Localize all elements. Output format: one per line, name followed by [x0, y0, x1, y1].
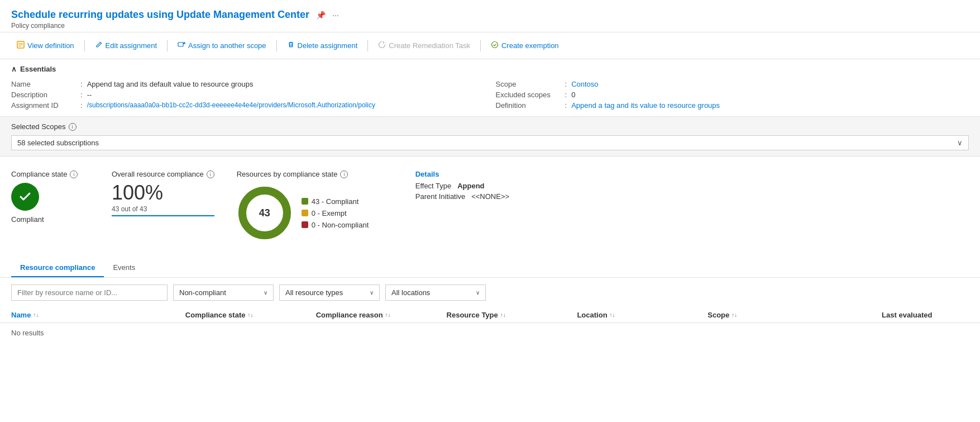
- assign-scope-label: Assign to another scope: [188, 41, 266, 50]
- th-location[interactable]: Location ↑↓: [577, 311, 707, 319]
- th-scope-label: Scope: [707, 311, 729, 319]
- exempt-dot: [302, 210, 308, 216]
- resource-type-filter-dropdown[interactable]: All resource types ∨: [279, 285, 380, 301]
- remediation-icon: [378, 41, 386, 50]
- scopes-dropdown[interactable]: 58 selected subscriptions ∨: [11, 135, 969, 150]
- create-remediation-button[interactable]: Create Remediation Task: [372, 38, 476, 53]
- toolbar-divider-4: [367, 40, 368, 51]
- overall-compliance-box: Overall resource compliance i 100% 43 ou…: [112, 170, 214, 216]
- th-name[interactable]: Name ↑↓: [11, 311, 185, 319]
- compliance-state-info-icon[interactable]: i: [70, 170, 78, 178]
- toolbar-divider-5: [480, 40, 481, 51]
- resource-type-chevron: ∨: [370, 290, 374, 296]
- definition-value: Append a tag and its value to resource g…: [571, 101, 720, 110]
- tab-resource-compliance[interactable]: Resource compliance: [11, 259, 104, 277]
- view-definition-icon: [17, 41, 25, 50]
- pin-icon[interactable]: 📌: [316, 11, 326, 20]
- parent-initiative-value: <<NONE>>: [471, 192, 509, 201]
- legend-exempt: 0 - Exempt: [302, 209, 369, 217]
- chart-legend: 43 - Compliant 0 - Exempt 0 - Non-compli…: [302, 197, 369, 229]
- tabs-row: Resource compliance Events: [0, 259, 980, 278]
- filters-row: Non-compliant ∨ All resource types ∨ All…: [0, 278, 980, 307]
- th-compliance-state[interactable]: Compliance state ↑↓: [185, 311, 316, 319]
- essentials-section: ∧ Essentials Name : Append tag and its d…: [0, 59, 980, 116]
- compliance-filter-chevron: ∨: [264, 290, 267, 296]
- edit-icon: [95, 41, 103, 50]
- table-header: Name ↑↓ Compliance state ↑↓ Compliance r…: [0, 307, 980, 323]
- th-location-sort-icon[interactable]: ↑↓: [610, 312, 615, 318]
- location-filter-value: All locations: [391, 288, 430, 297]
- donut-chart: 43: [237, 185, 293, 241]
- definition-label: Definition: [496, 101, 563, 110]
- essentials-assignment-row: Assignment ID : /subscriptions/aaaa0a0a-…: [11, 100, 485, 111]
- compliance-filter-value: Non-compliant: [179, 288, 226, 297]
- th-compliance-reason-label: Compliance reason: [316, 311, 383, 319]
- essentials-scope-row: Scope : Contoso: [496, 79, 969, 89]
- location-filter-dropdown[interactable]: All locations ∨: [385, 285, 486, 301]
- toolbar: View definition Edit assignment Assign t…: [0, 32, 980, 59]
- th-last-evaluated-label: Last evaluated: [882, 311, 932, 319]
- assign-scope-icon: [178, 41, 185, 50]
- essentials-title: Essentials: [20, 65, 56, 73]
- assign-scope-button[interactable]: Assign to another scope: [172, 38, 271, 53]
- legend-noncompliant: 0 - Non-compliant: [302, 221, 369, 229]
- create-exemption-label: Create exemption: [501, 41, 559, 50]
- resources-info-icon[interactable]: i: [340, 170, 348, 178]
- th-resource-type-sort-icon[interactable]: ↑↓: [500, 312, 506, 318]
- assignment-id-value: /subscriptions/aaaa0a0a-bb1b-cc2c-dd3d-e…: [87, 101, 375, 110]
- th-last-evaluated[interactable]: Last evaluated: [882, 311, 969, 319]
- th-scope-sort-icon[interactable]: ↑↓: [732, 312, 737, 318]
- overall-fraction: 43 out of 43: [112, 205, 214, 216]
- th-scope[interactable]: Scope ↑↓: [707, 311, 882, 319]
- create-remediation-label: Create Remediation Task: [389, 41, 470, 50]
- essentials-name-row: Name : Append tag and its default value …: [11, 79, 485, 89]
- delete-assignment-button[interactable]: Delete assignment: [281, 38, 364, 53]
- compliant-dot: [302, 198, 308, 205]
- name-value: Append tag and its default value to reso…: [87, 80, 254, 88]
- edit-assignment-label: Edit assignment: [106, 41, 157, 50]
- description-value: --: [87, 91, 92, 99]
- compliant-icon: [11, 183, 39, 211]
- resources-by-state-label: Resources by compliance state i: [237, 170, 393, 178]
- essentials-header[interactable]: ∧ Essentials: [11, 65, 969, 73]
- toolbar-divider-3: [276, 40, 277, 51]
- th-compliance-reason-sort-icon[interactable]: ↑↓: [385, 312, 391, 318]
- compliance-state-box: Compliance state i Compliant: [11, 170, 89, 224]
- svg-point-5: [491, 42, 498, 48]
- tab-events[interactable]: Events: [104, 259, 144, 277]
- th-name-label: Name: [11, 311, 31, 319]
- compliance-filter-dropdown[interactable]: Non-compliant ∨: [173, 285, 274, 301]
- toolbar-divider-2: [167, 40, 168, 51]
- compliance-state-label: Compliance state i: [11, 170, 78, 178]
- excluded-scopes-value: 0: [571, 91, 575, 99]
- location-chevron: ∨: [476, 290, 480, 296]
- essentials-excluded-row: Excluded scopes : 0: [496, 89, 969, 100]
- scopes-dropdown-value: 58 selected subscriptions: [17, 139, 99, 147]
- th-compliance-sort-icon[interactable]: ↑↓: [247, 312, 253, 318]
- details-title: Details: [415, 170, 527, 178]
- resources-by-state: Resources by compliance state i 43 43 - …: [237, 170, 393, 241]
- overall-info-icon[interactable]: i: [207, 170, 214, 178]
- table-body: No results: [0, 323, 980, 343]
- th-resource-type-label: Resource Type: [447, 311, 498, 319]
- th-resource-type[interactable]: Resource Type ↑↓: [447, 311, 577, 319]
- resource-name-filter-input[interactable]: [11, 285, 168, 301]
- delete-assignment-label: Delete assignment: [298, 41, 358, 50]
- scopes-info-icon[interactable]: i: [69, 123, 77, 131]
- excluded-scopes-label: Excluded scopes: [496, 91, 563, 99]
- create-exemption-button[interactable]: Create exemption: [485, 38, 565, 53]
- th-compliance-reason[interactable]: Compliance reason ↑↓: [316, 311, 447, 319]
- more-icon[interactable]: ···: [332, 11, 339, 20]
- scope-value: Contoso: [571, 80, 598, 88]
- legend-compliant-label: 43 - Compliant: [312, 197, 359, 206]
- parent-initiative-row: Parent Initiative <<NONE>>: [415, 192, 527, 201]
- page-subtitle: Policy compliance: [11, 22, 969, 30]
- essentials-left: Name : Append tag and its default value …: [11, 79, 485, 111]
- exemption-icon: [491, 41, 499, 50]
- essentials-collapse-icon: ∧: [11, 65, 17, 73]
- compliance-overview: Compliance state i Compliant Overall res…: [0, 157, 980, 254]
- view-definition-button[interactable]: View definition: [11, 38, 80, 53]
- edit-assignment-button[interactable]: Edit assignment: [89, 38, 163, 53]
- th-name-sort-icon[interactable]: ↑↓: [33, 312, 39, 318]
- essentials-definition-row: Definition : Append a tag and its value …: [496, 100, 969, 111]
